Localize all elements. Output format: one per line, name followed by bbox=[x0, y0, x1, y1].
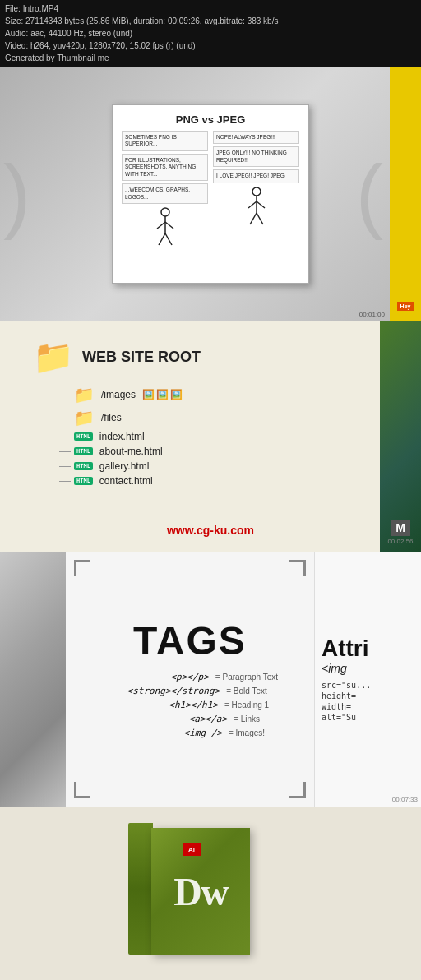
file-icons-images: 🖼️ 🖼️ 🖼️ bbox=[142, 389, 183, 400]
stick-figure-right bbox=[213, 187, 299, 233]
tree-item-gallery: HTML gallery.html bbox=[74, 460, 405, 472]
svg-line-8 bbox=[248, 201, 257, 208]
tag-desc-img: = Images! bbox=[229, 728, 265, 737]
attrs-heading: Attri bbox=[322, 636, 369, 662]
bracket-br bbox=[289, 782, 306, 798]
comic-right-bot: I LOVE JPEG!! JPEG! JPEG! bbox=[213, 169, 299, 183]
tree-item-contact: HTML contact.html bbox=[74, 475, 405, 487]
adobe-logo-text: Ai bbox=[188, 846, 195, 853]
dw-front: Ai Dw bbox=[151, 828, 250, 955]
comic-right: NOPE! ALWAYS JPEG!!! JPEG ONLY!!! NO THI… bbox=[213, 131, 299, 253]
section-png-jpeg: ) PNG vs JPEG SOMETIMES PNG IS SUPERIOR.… bbox=[0, 67, 421, 321]
tag-code-strong: <strong></strong> bbox=[113, 686, 220, 696]
dw-box: Ai Dw bbox=[128, 823, 293, 971]
tag-row-a: <a></a> = Links bbox=[74, 714, 306, 724]
tag-row-img: <img /> = Images! bbox=[74, 728, 306, 738]
svg-line-4 bbox=[159, 233, 165, 245]
timestamp-3: 00:07:33 bbox=[392, 796, 418, 803]
tree-item-index: HTML index.html bbox=[74, 431, 405, 442]
stick-figure-left bbox=[122, 207, 208, 253]
tag-desc-h1: = Heading 1 bbox=[224, 700, 269, 710]
m-badge: M bbox=[391, 520, 410, 536]
comic-card: PNG vs JPEG SOMETIMES PNG IS SUPERIOR...… bbox=[112, 104, 309, 284]
folder-tree: 📁 /images 🖼️ 🖼️ 🖼️ 📁 /files HTML index.h… bbox=[74, 385, 405, 487]
tree-item-images: 📁 /images 🖼️ 🖼️ 🖼️ bbox=[74, 385, 405, 404]
svg-point-0 bbox=[161, 208, 169, 216]
item-name-index: index.html bbox=[99, 431, 145, 442]
info-line-1: File: Intro.MP4 bbox=[5, 2, 416, 15]
bracket-right: ( bbox=[356, 147, 383, 242]
dw-logo-text: Dw bbox=[173, 869, 227, 914]
html-badge-gallery: HTML bbox=[74, 462, 93, 470]
comic-right-mid: JPEG ONLY!!! NO THINKING REQUIRED!! bbox=[213, 146, 299, 167]
tag-code-a: <a></a> bbox=[120, 714, 227, 724]
bracket-tr bbox=[289, 560, 306, 576]
cg-ku-watermark: www.cg-ku.com bbox=[167, 524, 254, 537]
file-icon-2: 🖼️ bbox=[156, 389, 169, 400]
tag-row-p: <p></p> = Paragraph Text bbox=[74, 672, 306, 682]
comic-left-bot: ...WEBCOMICS, GRAPHS, LOGOS... bbox=[122, 183, 208, 204]
yellow-strip: Hey bbox=[390, 67, 421, 321]
html-badge-index: HTML bbox=[74, 432, 93, 441]
info-bar: File: Intro.MP4 Size: 27114343 bytes (25… bbox=[0, 0, 421, 67]
folder-title-text: WEB SITE ROOT bbox=[82, 349, 201, 366]
bracket-tl bbox=[74, 560, 90, 576]
svg-line-3 bbox=[165, 222, 173, 229]
attr-line-alt: alt="Su bbox=[322, 713, 356, 722]
tag-desc-strong: = Bold Text bbox=[226, 686, 267, 696]
dw-spine bbox=[128, 823, 153, 955]
comic-right-top: NOPE! ALWAYS JPEG!!! bbox=[213, 131, 299, 144]
svg-line-9 bbox=[257, 201, 265, 208]
tag-desc-p: = Paragraph Text bbox=[215, 673, 278, 682]
hey-badge: Hey bbox=[397, 302, 414, 311]
tags-main: TAGS <p></p> = Paragraph Text <strong></… bbox=[66, 552, 314, 807]
comic-body: SOMETIMES PNG IS SUPERIOR... FOR ILLUSTR… bbox=[122, 131, 299, 253]
tag-row-strong: <strong></strong> = Bold Text bbox=[74, 686, 306, 696]
folder-title-row: 📁 WEB SITE ROOT bbox=[33, 338, 405, 377]
left-photo bbox=[0, 552, 66, 807]
attrs-subheading: <img bbox=[322, 662, 347, 675]
section-dreamweaver: Ai Dw Dreamweaver An introduction to the… bbox=[0, 807, 421, 980]
html-badge-contact: HTML bbox=[74, 477, 93, 485]
bracket-left: ) bbox=[3, 147, 30, 242]
hand-visual bbox=[0, 552, 66, 807]
folder-icon-images: 📁 bbox=[74, 385, 95, 404]
right-image-strip2: M 00:02:56 bbox=[380, 321, 421, 552]
item-name-about: about-me.html bbox=[99, 446, 163, 457]
item-name-images: /images bbox=[101, 389, 136, 400]
folder-icon-big: 📁 bbox=[33, 338, 74, 377]
info-line-5: Generated by Thumbnail me bbox=[5, 52, 416, 64]
attr-line-src: src="su... bbox=[322, 681, 371, 690]
comic-left-top: SOMETIMES PNG IS SUPERIOR... bbox=[122, 131, 208, 151]
adobe-logo: Ai bbox=[183, 843, 201, 856]
svg-line-11 bbox=[257, 213, 263, 224]
comic-left-mid: FOR ILLUSTRATIONS, SCREENSHOTS, ANYTHING… bbox=[122, 154, 208, 181]
info-line-2: Size: 27114343 bytes (25.86 MiB), durati… bbox=[5, 15, 416, 27]
tag-desc-a: = Links bbox=[234, 714, 260, 723]
tags-heading: TAGS bbox=[133, 618, 247, 663]
comic-title: PNG vs JPEG bbox=[122, 113, 299, 126]
html-badge-about: HTML bbox=[74, 447, 93, 455]
svg-line-10 bbox=[250, 213, 257, 224]
tag-code-h1: <h1></h1> bbox=[111, 700, 218, 710]
attrs-side: Attri <img src="su... height= width= alt… bbox=[314, 552, 421, 807]
tree-item-about: HTML about-me.html bbox=[74, 446, 405, 457]
right-image-strip2-inner: M 00:02:56 bbox=[380, 321, 421, 552]
folder-icon-files: 📁 bbox=[74, 408, 95, 428]
bracket-bl bbox=[74, 782, 90, 798]
svg-line-5 bbox=[165, 233, 172, 245]
attr-line-width: width= bbox=[322, 702, 351, 711]
file-icon-3: 🖼️ bbox=[170, 389, 183, 400]
attr-line-height: height= bbox=[322, 691, 356, 700]
tag-code-img: <img /> bbox=[115, 728, 222, 738]
info-line-3: Audio: aac, 44100 Hz, stereo (und) bbox=[5, 27, 416, 39]
item-name-files: /files bbox=[101, 412, 122, 423]
info-line-4: Video: h264, yuv420p, 1280x720, 15.02 fp… bbox=[5, 39, 416, 52]
tag-row-h1: <h1></h1> = Heading 1 bbox=[74, 700, 306, 710]
item-name-contact: contact.html bbox=[99, 475, 153, 487]
folder-diagram: 📁 WEB SITE ROOT 📁 /images 🖼️ 🖼️ 🖼️ 📁 /fi… bbox=[33, 338, 405, 490]
tree-item-files: 📁 /files bbox=[74, 408, 405, 428]
timestamp-1: 00:01:00 bbox=[359, 311, 385, 318]
section-website-root: 📁 WEB SITE ROOT 📁 /images 🖼️ 🖼️ 🖼️ 📁 /fi… bbox=[0, 321, 421, 552]
item-name-gallery: gallery.html bbox=[99, 460, 149, 472]
